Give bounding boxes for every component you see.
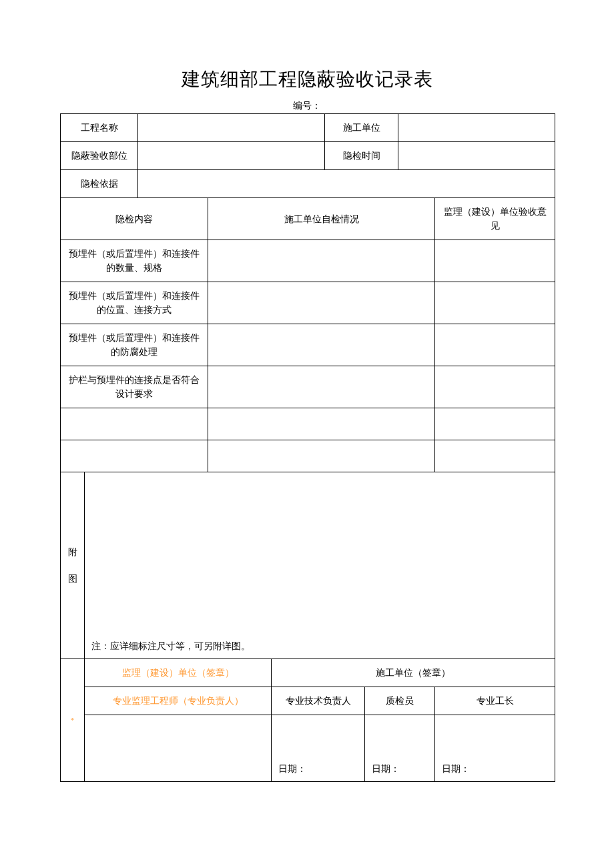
- construction-unit-value[interactable]: [398, 114, 555, 142]
- supervisor-unit-stamp: 监理（建设）单位（签章）: [85, 659, 272, 687]
- project-name-label: 工程名称: [61, 114, 138, 142]
- qc-label: 质检员: [365, 687, 435, 715]
- row-content[interactable]: [61, 408, 208, 440]
- col-content: 隐检内容: [61, 198, 208, 240]
- foreman-sign[interactable]: 日期：: [435, 715, 555, 782]
- inspection-time-label: 隐检时间: [325, 142, 398, 170]
- attachment-area[interactable]: 注：应详细标注尺寸等，可另附详图。: [85, 472, 555, 659]
- row-opinion[interactable]: [435, 324, 555, 366]
- foreman-label: 专业工长: [435, 687, 555, 715]
- construction-unit-label: 施工单位: [325, 114, 398, 142]
- construction-unit-stamp: 施工单位（签章）: [272, 659, 555, 687]
- tech-lead-label: 专业技术负责人: [272, 687, 365, 715]
- row-self-check[interactable]: [208, 366, 435, 408]
- qc-sign[interactable]: 日期：: [365, 715, 435, 782]
- row-opinion[interactable]: [435, 282, 555, 324]
- row-content: 预埋件（或后置埋件）和连接件的数量、规格: [61, 240, 208, 282]
- main-table: 工程名称 施工单位 隐蔽验收部位 隐检时间 隐检依据 隐检内容 施工单位自检情况…: [60, 113, 555, 782]
- row-content: 预埋件（或后置埋件）和连接件的位置、连接方式: [61, 282, 208, 324]
- row-self-check[interactable]: [208, 408, 435, 440]
- supervisor-engineer-label: 专业监理工程师（专业负责人）: [85, 687, 272, 715]
- inspection-part-label: 隐蔽验收部位: [61, 142, 138, 170]
- row-self-check[interactable]: [208, 440, 435, 472]
- tech-lead-sign[interactable]: 日期：: [272, 715, 365, 782]
- attachment-note: 注：应详细标注尺寸等，可另附详图。: [91, 639, 548, 653]
- row-self-check[interactable]: [208, 240, 435, 282]
- row-content: 预埋件（或后置理件）和连接件的防腐处理: [61, 324, 208, 366]
- row-self-check[interactable]: [208, 282, 435, 324]
- inspection-basis-value[interactable]: [138, 170, 555, 198]
- inspection-basis-label: 隐检依据: [61, 170, 138, 198]
- attachment-label: 附 图: [61, 472, 85, 659]
- supervisor-engineer-sign[interactable]: [85, 715, 272, 782]
- row-opinion[interactable]: [435, 408, 555, 440]
- inspection-time-value[interactable]: [398, 142, 555, 170]
- inspection-part-value[interactable]: [138, 142, 325, 170]
- col-self-check: 施工单位自检情况: [208, 198, 435, 240]
- row-opinion[interactable]: [435, 440, 555, 472]
- document-title: 建筑细部工程隐蔽验收记录表: [60, 67, 554, 92]
- row-content[interactable]: [61, 440, 208, 472]
- row-content: 护栏与预埋件的连接点是否符合设计要求: [61, 366, 208, 408]
- row-self-check[interactable]: [208, 324, 435, 366]
- row-opinion[interactable]: [435, 366, 555, 408]
- signature-side-label: *: [61, 659, 85, 782]
- project-name-value[interactable]: [138, 114, 325, 142]
- row-opinion[interactable]: [435, 240, 555, 282]
- col-supervisor-opinion: 监理（建设）单位验收意见: [435, 198, 555, 240]
- form-number-label: 编号：: [60, 100, 554, 112]
